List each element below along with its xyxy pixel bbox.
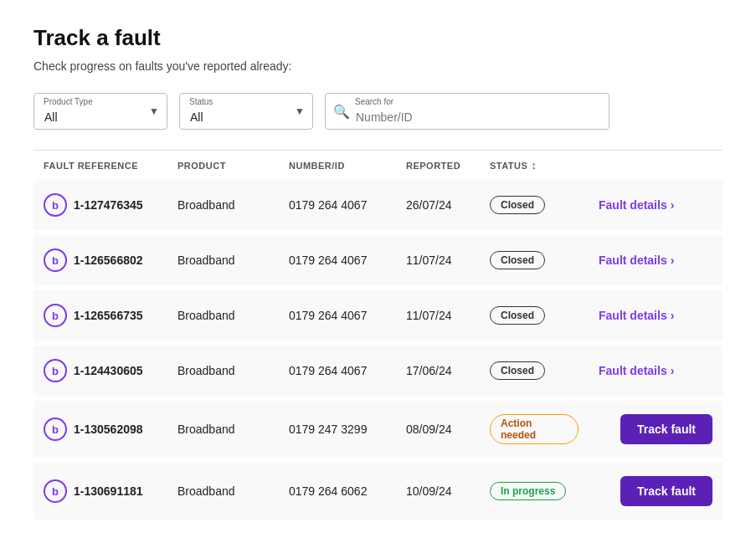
col-header-product: PRODUCT <box>167 151 279 180</box>
table-row: b 1-124430605 Broadband0179 264 406717/0… <box>33 343 723 398</box>
cell-reported: 10/09/24 <box>396 460 480 522</box>
cell-product: Broadband <box>167 460 279 522</box>
page-subtitle: Check progress on faults you've reported… <box>33 59 723 73</box>
status-badge: Closed <box>490 196 545 214</box>
cell-status: Action needed <box>480 398 589 460</box>
cell-product: Broadband <box>167 288 279 343</box>
brand-icon: b <box>44 193 67 217</box>
fault-reference-value: 1-130691181 <box>74 484 143 498</box>
status-select[interactable]: All <box>179 93 313 130</box>
cell-fault-reference: b 1-127476345 <box>33 180 167 233</box>
status-badge: In progress <box>490 482 566 500</box>
page-title: Track a fault <box>33 25 723 51</box>
search-wrapper: 🔍 Search for <box>325 93 609 130</box>
fault-reference-value: 1-127476345 <box>74 198 143 212</box>
table-header: FAULT REFERENCE PRODUCT NUMBER/ID REPORT… <box>33 151 723 180</box>
brand-icon: b <box>44 304 67 327</box>
brand-icon: b <box>44 479 67 503</box>
fault-details-link[interactable]: Fault details › <box>599 309 712 322</box>
status-badge: Closed <box>490 306 545 325</box>
cell-number-id: 0179 264 4067 <box>279 180 396 233</box>
fault-reference-value: 1-126566802 <box>74 254 143 267</box>
fault-reference-value: 1-130562098 <box>74 423 143 436</box>
filters-bar: Product Type All ▼ Status All ▼ 🔍 Search… <box>33 93 723 130</box>
cell-fault-reference: b 1-130691181 <box>33 460 167 522</box>
cell-reported: 11/07/24 <box>396 233 480 288</box>
cell-product: Broadband <box>167 398 279 460</box>
col-header-status: STATUS ↕ <box>480 151 589 180</box>
cell-reported: 26/07/24 <box>396 180 480 233</box>
cell-product: Broadband <box>167 343 279 398</box>
faults-table: FAULT REFERENCE PRODUCT NUMBER/ID REPORT… <box>33 151 723 525</box>
cell-product: Broadband <box>167 180 279 233</box>
fault-details-link[interactable]: Fault details › <box>599 254 712 267</box>
cell-action[interactable]: Track fault <box>589 398 723 460</box>
table-row: b 1-126566735 Broadband0179 264 406711/0… <box>33 288 723 343</box>
fault-details-link[interactable]: Fault details › <box>599 198 712 212</box>
brand-icon: b <box>44 359 67 382</box>
cell-number-id: 0179 264 4067 <box>279 233 396 288</box>
col-header-action <box>589 151 723 180</box>
status-badge: Action needed <box>490 414 579 444</box>
product-type-filter[interactable]: Product Type All ▼ <box>33 93 167 130</box>
table-row: b 1-130562098 Broadband0179 247 329908/0… <box>33 398 723 460</box>
cell-status: Closed <box>480 233 589 288</box>
status-filter[interactable]: Status All ▼ <box>179 93 313 130</box>
table-row: b 1-130691181 Broadband0179 264 606210/0… <box>33 460 723 522</box>
cell-fault-reference: b 1-124430605 <box>33 343 167 398</box>
status-badge: Closed <box>490 361 545 380</box>
cell-reported: 17/06/24 <box>396 343 480 398</box>
cell-status: In progress <box>480 460 589 522</box>
brand-icon: b <box>44 417 67 441</box>
brand-icon: b <box>44 248 67 272</box>
chevron-right-icon: › <box>671 364 675 377</box>
fault-reference-value: 1-124430605 <box>74 364 143 377</box>
table-body: b 1-127476345 Broadband0179 264 406726/0… <box>33 180 723 522</box>
product-type-select[interactable]: All <box>33 93 167 130</box>
cell-reported: 08/09/24 <box>396 398 480 460</box>
chevron-right-icon: › <box>671 254 675 267</box>
cell-reported: 11/07/24 <box>396 288 480 343</box>
search-input[interactable] <box>325 93 609 130</box>
track-fault-button[interactable]: Track fault <box>620 414 712 444</box>
cell-fault-reference: b 1-126566735 <box>33 288 167 343</box>
cell-number-id: 0179 264 4067 <box>279 288 396 343</box>
cell-status: Closed <box>480 343 589 398</box>
col-header-fault-reference: FAULT REFERENCE <box>33 151 167 180</box>
cell-action[interactable]: Fault details › <box>589 233 723 288</box>
col-header-number-id: NUMBER/ID <box>279 151 396 180</box>
cell-fault-reference: b 1-130562098 <box>33 398 167 460</box>
fault-details-link[interactable]: Fault details › <box>599 364 712 377</box>
cell-action[interactable]: Fault details › <box>589 288 723 343</box>
cell-action[interactable]: Fault details › <box>589 180 723 233</box>
table-row: b 1-126566802 Broadband0179 264 406711/0… <box>33 233 723 288</box>
cell-fault-reference: b 1-126566802 <box>33 233 167 288</box>
cell-action[interactable]: Fault details › <box>589 343 723 398</box>
status-badge: Closed <box>490 251 545 269</box>
cell-number-id: 0179 264 4067 <box>279 343 396 398</box>
fault-reference-value: 1-126566735 <box>74 309 143 322</box>
cell-status: Closed <box>480 288 589 343</box>
track-fault-button[interactable]: Track fault <box>620 476 712 506</box>
sort-icon[interactable]: ↕ <box>531 159 537 172</box>
chevron-right-icon: › <box>671 198 675 212</box>
cell-number-id: 0179 247 3299 <box>279 398 396 460</box>
cell-number-id: 0179 264 6062 <box>279 460 396 522</box>
chevron-right-icon: › <box>671 309 675 322</box>
col-header-reported: REPORTED <box>396 151 480 180</box>
cell-status: Closed <box>480 180 589 233</box>
table-row: b 1-127476345 Broadband0179 264 406726/0… <box>33 180 723 233</box>
cell-product: Broadband <box>167 233 279 288</box>
cell-action[interactable]: Track fault <box>589 460 723 522</box>
